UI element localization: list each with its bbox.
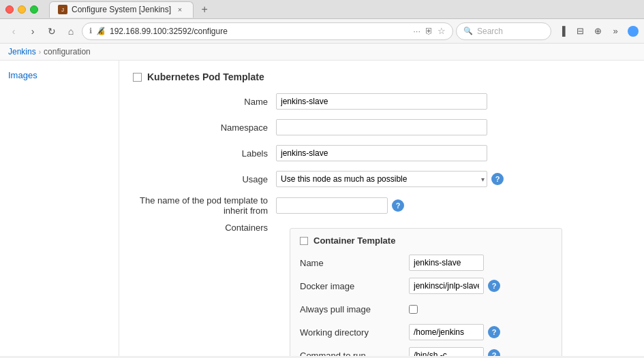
usage-help-icon[interactable]: ?: [491, 173, 504, 185]
container-template-section: Container Template Name Docker image ?: [290, 228, 562, 356]
containers-row: Containers Container Template Name Docke…: [133, 223, 630, 356]
docker-image-help-icon[interactable]: ?: [488, 280, 500, 292]
breadcrumb: Jenkins › configuration: [0, 44, 644, 61]
back-button[interactable]: ‹: [5, 23, 22, 39]
title-bar: J Configure System [Jenkins] × +: [0, 0, 644, 19]
name-row: Name: [133, 92, 630, 111]
inherit-from-input-group: ?: [276, 197, 404, 214]
tab-favicon: J: [58, 5, 67, 14]
close-button[interactable]: [5, 5, 14, 14]
new-tab-button[interactable]: +: [196, 1, 213, 18]
namespace-input[interactable]: [276, 119, 487, 135]
overflow-icon[interactable]: »: [607, 23, 624, 39]
namespace-row: Namespace: [133, 118, 630, 137]
address-path: /configure: [191, 27, 228, 36]
docker-image-row: Docker image ?: [300, 277, 552, 295]
labels-label: Labels: [133, 148, 276, 159]
active-tab[interactable]: J Configure System [Jenkins] ×: [49, 1, 194, 18]
usage-select-wrapper: Use this node as much as possible Only b…: [276, 171, 487, 187]
command-help-icon[interactable]: ?: [488, 349, 500, 356]
container-template-checkbox[interactable]: [300, 237, 308, 245]
command-row: Command to run ?: [300, 346, 552, 356]
always-pull-row: Always pull image: [300, 300, 552, 318]
command-input-group: ?: [409, 347, 500, 356]
extensions-icon[interactable]: ⊕: [589, 23, 606, 39]
more-options-icon[interactable]: ···: [413, 26, 420, 36]
toolbar-icons: ▐ ⊟ ⊕ »: [554, 23, 639, 39]
inherit-from-label: The name of the pod template to inherit …: [133, 195, 276, 216]
pod-template-title: Kubernetes Pod Template: [147, 71, 264, 82]
container-name-row: Name: [300, 254, 552, 272]
address-bar[interactable]: ℹ 🔏 192.168.99.100:32592/configure ··· ⛨…: [82, 22, 453, 40]
tab-close-button[interactable]: ×: [175, 5, 185, 14]
container-template-title: Container Template: [313, 235, 395, 246]
working-dir-help-icon[interactable]: ?: [488, 326, 500, 338]
containers-label: Containers: [133, 223, 276, 233]
inherit-from-help-icon[interactable]: ?: [392, 199, 404, 212]
name-input[interactable]: [276, 93, 487, 110]
nav-bar: ‹ › ↻ ⌂ ℹ 🔏 192.168.99.100:32592/configu…: [0, 19, 644, 44]
container-name-input[interactable]: [409, 255, 484, 271]
docker-image-label: Docker image: [300, 281, 409, 291]
docker-image-input[interactable]: [409, 278, 484, 294]
maximize-button[interactable]: [30, 5, 38, 14]
breadcrumb-current: configuration: [44, 47, 91, 56]
always-pull-label: Always pull image: [300, 304, 409, 314]
shield-icon: ⛨: [425, 26, 433, 36]
pod-template-checkbox[interactable]: [133, 73, 142, 82]
namespace-label: Namespace: [133, 123, 276, 133]
usage-label: Usage: [133, 174, 276, 184]
container-name-label: Name: [300, 258, 409, 268]
bookmark-icon[interactable]: ☆: [438, 26, 446, 36]
address-port: :32592: [166, 27, 191, 36]
inherit-from-row: The name of the pod template to inherit …: [133, 195, 630, 216]
content-area: Kubernetes Pod Template Name Namespace L…: [119, 61, 644, 356]
working-dir-row: Working directory ?: [300, 323, 552, 341]
pod-template-section-header: Kubernetes Pod Template: [133, 71, 630, 82]
command-input[interactable]: [409, 347, 484, 356]
docker-image-input-group: ?: [409, 278, 500, 294]
usage-row: Usage Use this node as much as possible …: [133, 169, 630, 189]
sidebar-item-images[interactable]: Images: [0, 67, 119, 83]
main-content: Images Kubernetes Pod Template Name Name…: [0, 61, 644, 356]
command-label: Command to run: [300, 351, 409, 357]
labels-row: Labels: [133, 144, 630, 163]
user-avatar: [628, 26, 639, 37]
working-dir-input-group: ?: [409, 324, 500, 340]
address-host: 192.168.99.100: [110, 27, 166, 36]
sidebar-toggle-icon[interactable]: ▐: [554, 23, 570, 39]
usage-input-group: Use this node as much as possible Only b…: [276, 171, 504, 187]
forward-button[interactable]: ›: [25, 23, 41, 39]
working-dir-input[interactable]: [409, 324, 484, 340]
name-label: Name: [133, 97, 276, 107]
search-placeholder: Search: [477, 27, 503, 36]
split-view-icon[interactable]: ⊟: [572, 23, 588, 39]
usage-select[interactable]: Use this node as much as possible Only b…: [276, 171, 487, 187]
home-button[interactable]: ⌂: [63, 23, 79, 39]
breadcrumb-separator: ›: [39, 48, 41, 56]
labels-input[interactable]: [276, 145, 487, 161]
traffic-lights: [5, 5, 38, 14]
tab-bar: J Configure System [Jenkins] × +: [49, 1, 639, 18]
address-text: 192.168.99.100:32592/configure: [110, 27, 409, 36]
tab-title: Configure System [Jenkins]: [72, 5, 171, 14]
search-icon: 🔍: [463, 27, 473, 35]
always-pull-checkbox[interactable]: [409, 305, 418, 314]
lock-icon: 🔏: [96, 27, 106, 35]
breadcrumb-home[interactable]: Jenkins: [8, 47, 36, 56]
search-bar[interactable]: 🔍 Search: [456, 22, 551, 40]
sidebar: Images: [0, 61, 119, 356]
inherit-from-input[interactable]: [276, 197, 388, 214]
container-template-header: Container Template: [300, 235, 552, 246]
working-dir-label: Working directory: [300, 327, 409, 338]
reload-button[interactable]: ↻: [44, 23, 60, 39]
minimize-button[interactable]: [18, 5, 26, 14]
info-icon: ℹ: [89, 27, 92, 35]
